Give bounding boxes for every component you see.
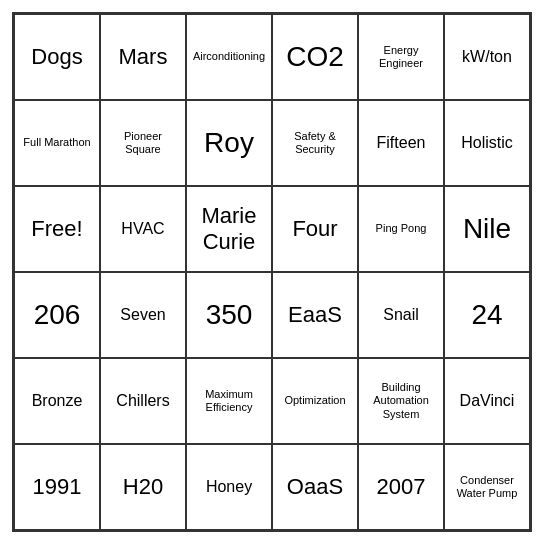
cell-35: Condenser Water Pump: [444, 444, 530, 530]
cell-5: kW/ton: [444, 14, 530, 100]
cell-32: Honey: [186, 444, 272, 530]
cell-2: Airconditioning: [186, 14, 272, 100]
cell-30: 1991: [14, 444, 100, 530]
cell-27: Optimization: [272, 358, 358, 444]
cell-0: Dogs: [14, 14, 100, 100]
cell-10: Fifteen: [358, 100, 444, 186]
cell-16: Ping Pong: [358, 186, 444, 272]
cell-21: EaaS: [272, 272, 358, 358]
cell-7: Pioneer Square: [100, 100, 186, 186]
cell-24: Bronze: [14, 358, 100, 444]
cell-11: Holistic: [444, 100, 530, 186]
cell-9: Safety & Security: [272, 100, 358, 186]
cell-13: HVAC: [100, 186, 186, 272]
cell-28: Building Automation System: [358, 358, 444, 444]
cell-8: Roy: [186, 100, 272, 186]
cell-20: 350: [186, 272, 272, 358]
cell-34: 2007: [358, 444, 444, 530]
cell-29: DaVinci: [444, 358, 530, 444]
cell-23: 24: [444, 272, 530, 358]
cell-6: Full Marathon: [14, 100, 100, 186]
cell-17: Nile: [444, 186, 530, 272]
cell-18: 206: [14, 272, 100, 358]
cell-25: Chillers: [100, 358, 186, 444]
cell-1: Mars: [100, 14, 186, 100]
cell-14: Marie Curie: [186, 186, 272, 272]
cell-4: Energy Engineer: [358, 14, 444, 100]
cell-3: CO2: [272, 14, 358, 100]
cell-31: H20: [100, 444, 186, 530]
cell-22: Snail: [358, 272, 444, 358]
cell-26: Maximum Efficiency: [186, 358, 272, 444]
bingo-card: DogsMarsAirconditioningCO2Energy Enginee…: [12, 12, 532, 532]
cell-19: Seven: [100, 272, 186, 358]
cell-15: Four: [272, 186, 358, 272]
cell-33: OaaS: [272, 444, 358, 530]
cell-12: Free!: [14, 186, 100, 272]
